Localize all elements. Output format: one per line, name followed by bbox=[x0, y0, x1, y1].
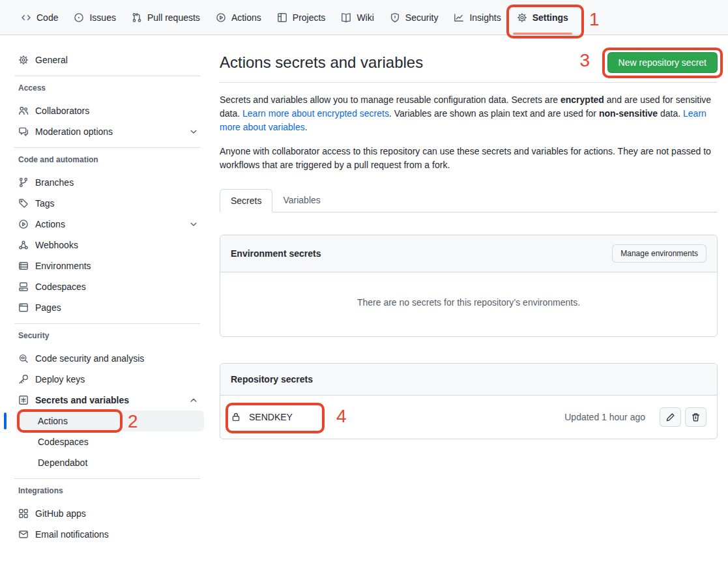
repository-secrets-title: Repository secrets bbox=[231, 374, 313, 384]
repository-secrets-box: Repository secrets 4 SENDKEY Updated 1 h… bbox=[220, 363, 718, 439]
description-bold-text: encrypted bbox=[561, 94, 604, 105]
code-icon bbox=[21, 12, 31, 23]
sidebar-item-codespaces[interactable]: Codespaces bbox=[10, 276, 204, 297]
new-secret-button-wrap: 3 New repository secret bbox=[607, 52, 718, 73]
nav-tab-actions[interactable]: Actions bbox=[208, 0, 269, 35]
sidebar-divider bbox=[14, 147, 200, 148]
nav-tab-projects[interactable]: Projects bbox=[269, 0, 334, 35]
nav-tab-pull-requests[interactable]: Pull requests bbox=[124, 0, 208, 35]
sidebar-item-branches[interactable]: Branches bbox=[10, 172, 204, 193]
annotation-number-4: 4 bbox=[336, 407, 347, 426]
settings-main-content: Actions secrets and variables 3 New repo… bbox=[209, 35, 728, 439]
sidebar-item-secrets-actions[interactable]: 2 Actions bbox=[16, 411, 204, 431]
chevron-down-icon bbox=[188, 126, 199, 137]
chevron-up-icon bbox=[188, 395, 199, 405]
nav-tab-label: Pull requests bbox=[147, 12, 200, 23]
nav-tab-label: Insights bbox=[469, 12, 501, 23]
sidebar-item-collaborators[interactable]: Collaborators bbox=[10, 100, 204, 121]
projects-icon bbox=[277, 12, 287, 23]
nav-tab-label: Projects bbox=[293, 12, 326, 23]
encrypted-secrets-link[interactable]: Learn more about encrypted secrets bbox=[242, 108, 389, 119]
sidebar-item-code-security-and-analysis[interactable]: Code security and analysis bbox=[10, 348, 204, 369]
codescan-icon bbox=[18, 353, 29, 364]
comment-discussion-icon bbox=[18, 126, 29, 137]
new-repository-secret-button[interactable]: New repository secret bbox=[607, 52, 718, 73]
description-paragraph-1: Secrets and variables allow you to manag… bbox=[220, 93, 718, 134]
sidebar-item-secrets-codespaces[interactable]: Codespaces bbox=[16, 431, 204, 452]
page-title-row: Actions secrets and variables 3 New repo… bbox=[220, 52, 718, 83]
sidebar-divider bbox=[14, 323, 200, 324]
annotation-number-3: 3 bbox=[580, 51, 590, 70]
sidebar-item-environments[interactable]: Environments bbox=[10, 255, 204, 276]
apps-icon bbox=[18, 508, 29, 519]
nav-tab-label: Settings bbox=[532, 12, 568, 23]
trash-icon bbox=[691, 413, 701, 422]
sidebar-section-access: Access bbox=[10, 81, 204, 94]
nav-tab-label: Wiki bbox=[357, 12, 373, 23]
sidebar-divider bbox=[14, 76, 200, 76]
settings-sidebar: General Access Collaborators Moderation … bbox=[0, 35, 209, 545]
play-icon bbox=[216, 12, 226, 23]
sidebar-section-code-and-automation: Code and automation bbox=[10, 153, 204, 166]
sidebar-section-security: Security bbox=[10, 329, 204, 342]
sidebar-item-email-notifications[interactable]: Email notifications bbox=[10, 524, 204, 545]
environment-secrets-title: Environment secrets bbox=[231, 248, 321, 259]
tag-icon bbox=[18, 198, 29, 209]
repository-secrets-header: Repository secrets bbox=[220, 364, 717, 396]
nav-tab-issues[interactable]: Issues bbox=[66, 0, 123, 35]
environment-secrets-box: Environment secrets Manage environments … bbox=[220, 235, 718, 337]
sidebar-item-github-apps[interactable]: GitHub apps bbox=[10, 503, 204, 524]
mail-icon bbox=[18, 529, 29, 540]
nav-tab-settings[interactable]: 1 Settings bbox=[509, 0, 576, 35]
description-text: data. bbox=[658, 108, 683, 119]
github-repo-settings-page: Code Issues Pull requests Actions Projec… bbox=[0, 0, 728, 565]
nav-tab-label: Issues bbox=[89, 12, 115, 23]
sidebar-item-secrets-and-variables[interactable]: Secrets and variables bbox=[10, 390, 204, 411]
nav-tab-label: Code bbox=[36, 12, 58, 23]
nav-tab-wiki[interactable]: Wiki bbox=[333, 0, 381, 35]
nav-tab-code[interactable]: Code bbox=[13, 0, 66, 35]
sidebar-item-deploy-keys[interactable]: Deploy keys bbox=[10, 369, 204, 390]
sidebar-item-webhooks[interactable]: Webhooks bbox=[10, 235, 204, 255]
server-icon bbox=[18, 261, 29, 271]
sidebar-item-general[interactable]: General bbox=[10, 50, 204, 70]
page-title: Actions secrets and variables bbox=[220, 52, 423, 73]
browser-icon bbox=[18, 302, 29, 313]
tab-secrets[interactable]: Secrets bbox=[220, 189, 272, 212]
nav-tab-insights[interactable]: Insights bbox=[446, 0, 508, 35]
sidebar-item-moderation-options[interactable]: Moderation options bbox=[10, 121, 204, 142]
active-item-indicator bbox=[4, 413, 7, 429]
active-tab-underline bbox=[513, 33, 572, 35]
secret-updated-text: Updated 1 hour ago bbox=[564, 412, 645, 422]
annotation-box-2 bbox=[17, 409, 123, 433]
description-text: . bbox=[305, 122, 308, 132]
secret-row: 4 SENDKEY Updated 1 hour ago bbox=[220, 396, 717, 439]
sidebar-item-actions[interactable]: Actions bbox=[10, 214, 204, 235]
git-branch-icon bbox=[18, 177, 29, 188]
environment-secrets-empty-text: There are no secrets for this repository… bbox=[220, 272, 717, 336]
description-bold-text: non-sensitive bbox=[599, 108, 658, 119]
codespaces-icon bbox=[18, 282, 29, 292]
git-pull-request-icon bbox=[132, 12, 142, 23]
gear-icon bbox=[18, 55, 29, 65]
key-asterisk-icon bbox=[18, 395, 29, 405]
issue-opened-icon bbox=[74, 12, 84, 23]
nav-tab-security[interactable]: Security bbox=[382, 0, 446, 35]
tab-variables[interactable]: Variables bbox=[272, 189, 330, 212]
secrets-variables-tabnav: Secrets Variables bbox=[220, 189, 718, 212]
sidebar-item-pages[interactable]: Pages bbox=[10, 297, 204, 318]
webhook-icon bbox=[18, 240, 29, 250]
secrets-and-variables-subgroup: 2 Actions Codespaces Dependabot bbox=[10, 411, 204, 473]
annotation-number-1: 1 bbox=[589, 10, 600, 29]
play-icon bbox=[18, 219, 29, 229]
gear-icon bbox=[517, 12, 527, 23]
graph-icon bbox=[454, 12, 464, 23]
edit-secret-button[interactable] bbox=[660, 407, 681, 427]
description-text: Secrets and variables allow you to manag… bbox=[220, 94, 561, 105]
manage-environments-button[interactable]: Manage environments bbox=[612, 244, 706, 263]
sidebar-item-secrets-dependabot[interactable]: Dependabot bbox=[16, 452, 204, 473]
sidebar-item-tags[interactable]: Tags bbox=[10, 193, 204, 214]
sidebar-section-integrations: Integrations bbox=[10, 484, 204, 497]
delete-secret-button[interactable] bbox=[685, 407, 706, 427]
key-icon bbox=[18, 374, 29, 384]
